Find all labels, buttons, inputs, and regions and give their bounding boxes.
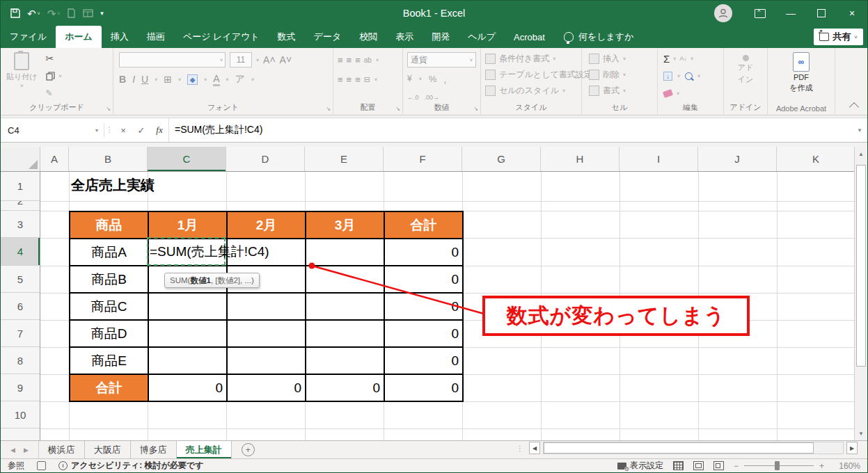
- currency-icon[interactable]: ¥: [407, 74, 412, 83]
- row-header-5[interactable]: 5: [1, 266, 40, 293]
- product-cell[interactable]: 商品A: [70, 239, 149, 266]
- copy-icon[interactable]: [46, 72, 55, 81]
- borders-icon[interactable]: ⊞: [164, 74, 172, 85]
- italic-button[interactable]: I: [132, 74, 135, 85]
- tab-view[interactable]: 表示: [386, 26, 423, 48]
- macro-record-icon[interactable]: [37, 461, 46, 470]
- print-preview-icon[interactable]: [67, 8, 76, 18]
- display-settings-button[interactable]: 表示設定: [617, 460, 663, 472]
- align-center-icon[interactable]: ≡: [347, 74, 352, 85]
- row-header-7[interactable]: 7: [1, 320, 40, 347]
- insert-function-icon[interactable]: fx: [150, 125, 168, 136]
- create-pdf-button[interactable]: ∞ PDF を作成: [768, 48, 835, 93]
- worksheet-grid[interactable]: A B C D E F G H I J K 1 2 3 4 5 6 7 8 9 …: [1, 147, 868, 440]
- page-layout-view-icon[interactable]: [693, 461, 704, 470]
- tab-home[interactable]: ホーム: [56, 26, 102, 48]
- column-header-j[interactable]: J: [698, 147, 777, 171]
- column-header-c[interactable]: C: [148, 147, 226, 171]
- column-header-g[interactable]: G: [462, 147, 541, 171]
- tab-insert[interactable]: 挿入: [102, 26, 138, 48]
- format-as-table-button[interactable]: テーブルとして書式設定˅: [485, 67, 577, 82]
- horizontal-scroll-thumb[interactable]: [544, 442, 814, 454]
- orientation-icon[interactable]: ab: [364, 56, 372, 64]
- qat-customize-icon[interactable]: ▾: [100, 10, 104, 17]
- select-all-corner[interactable]: [1, 147, 40, 171]
- total-row-label[interactable]: 合計: [70, 375, 149, 402]
- next-sheet-icon[interactable]: ▶: [24, 447, 29, 454]
- minimize-button[interactable]: —: [775, 1, 806, 26]
- row-header-6[interactable]: 6: [1, 293, 40, 320]
- expand-formula-bar-icon[interactable]: ▾: [852, 127, 867, 134]
- table-header-cell[interactable]: 3月: [306, 212, 385, 239]
- total-cell[interactable]: 0: [228, 375, 306, 402]
- cell-styles-button[interactable]: セルのスタイル˅: [485, 83, 577, 98]
- sheet-tab-yokohama[interactable]: 横浜店: [39, 441, 85, 458]
- font-dialog-launcher[interactable]: ↘: [326, 106, 331, 112]
- font-color-icon[interactable]: A: [213, 73, 219, 86]
- total-cell[interactable]: 0: [385, 266, 464, 294]
- find-select-icon[interactable]: [685, 72, 693, 80]
- table-header-cell[interactable]: 商品: [70, 212, 149, 239]
- scroll-up-icon[interactable]: ▲: [856, 148, 866, 159]
- ribbon-display-options-icon[interactable]: [745, 1, 775, 26]
- align-middle-icon[interactable]: ≡: [347, 55, 352, 65]
- table-header-cell[interactable]: 2月: [228, 212, 306, 239]
- conditional-formatting-button[interactable]: 条件付き書式˅: [485, 51, 577, 66]
- redo-icon[interactable]: ↷˅: [47, 8, 61, 19]
- column-header-e[interactable]: E: [305, 147, 384, 171]
- page-break-view-icon[interactable]: [713, 461, 724, 470]
- tell-me-box[interactable]: 何をしますか: [564, 26, 634, 48]
- zoom-out-icon[interactable]: −: [734, 461, 739, 471]
- scroll-down-icon[interactable]: ▼: [856, 428, 866, 439]
- close-button[interactable]: ×: [837, 1, 867, 26]
- column-header-i[interactable]: I: [620, 147, 698, 171]
- share-button[interactable]: 共有 ˅: [814, 29, 863, 45]
- cell[interactable]: [149, 294, 228, 321]
- font-size-combo[interactable]: 11: [230, 52, 252, 67]
- tab-page-layout[interactable]: ページ レイアウト: [174, 26, 269, 48]
- cell[interactable]: [228, 294, 306, 321]
- formula-bar-resize-handle[interactable]: ⋮: [104, 123, 114, 137]
- cell[interactable]: [228, 348, 306, 375]
- form-icon[interactable]: [83, 9, 93, 17]
- new-sheet-icon[interactable]: +: [242, 443, 255, 456]
- delete-cells-button[interactable]: 削除˅: [589, 67, 650, 82]
- product-cell[interactable]: 商品E: [70, 348, 149, 375]
- row-header-1[interactable]: 1: [1, 172, 40, 201]
- total-cell[interactable]: 0: [385, 348, 464, 375]
- tab-help[interactable]: ヘルプ: [459, 26, 505, 48]
- merge-center-icon[interactable]: ⊟: [364, 75, 370, 84]
- tab-acrobat[interactable]: Acrobat: [505, 26, 554, 48]
- accessibility-status[interactable]: i アクセシビリティ: 検討が必要です: [58, 460, 203, 472]
- clear-icon[interactable]: [663, 89, 673, 98]
- formula-input[interactable]: =SUM(売上集計!C4): [168, 118, 852, 142]
- align-bottom-icon[interactable]: ≡: [355, 55, 360, 65]
- align-left-icon[interactable]: ≡: [338, 74, 342, 85]
- cell-e4[interactable]: [306, 239, 385, 266]
- zoom-slider[interactable]: [744, 465, 814, 466]
- total-cell[interactable]: 0: [385, 239, 464, 266]
- row-header-3[interactable]: 3: [1, 211, 40, 238]
- table-header-cell[interactable]: 1月: [149, 212, 228, 239]
- sheet-tab-osaka[interactable]: 大阪店: [85, 441, 131, 458]
- sheet-tab-uriage-shukei[interactable]: 売上集計: [177, 441, 232, 458]
- decrease-decimal-icon[interactable]: .00→: [425, 94, 440, 101]
- tab-splitter-handle[interactable]: ⋮: [516, 444, 523, 452]
- sheet-title-cell[interactable]: 全店売上実績: [71, 176, 155, 195]
- tab-formulas[interactable]: 数式: [269, 26, 305, 48]
- product-cell[interactable]: 商品C: [70, 294, 149, 321]
- addins-button[interactable]: アド イン: [724, 48, 767, 85]
- vertical-scrollbar[interactable]: ▲ ▼: [854, 147, 867, 440]
- row-header-10[interactable]: 10: [1, 401, 40, 428]
- maximize-button[interactable]: [806, 1, 837, 26]
- cell[interactable]: [306, 321, 385, 348]
- zoom-slider-thumb[interactable]: [775, 461, 780, 470]
- normal-view-icon[interactable]: [673, 461, 684, 470]
- cut-icon[interactable]: ✂: [46, 53, 54, 64]
- scroll-right-icon[interactable]: ▶: [846, 442, 858, 454]
- column-header-b[interactable]: B: [69, 147, 148, 171]
- prev-sheet-icon[interactable]: ◀: [10, 447, 15, 454]
- insert-cells-button[interactable]: 挿入˅: [589, 51, 650, 66]
- bold-button[interactable]: B: [119, 74, 126, 85]
- tab-draw[interactable]: 描画: [138, 26, 174, 48]
